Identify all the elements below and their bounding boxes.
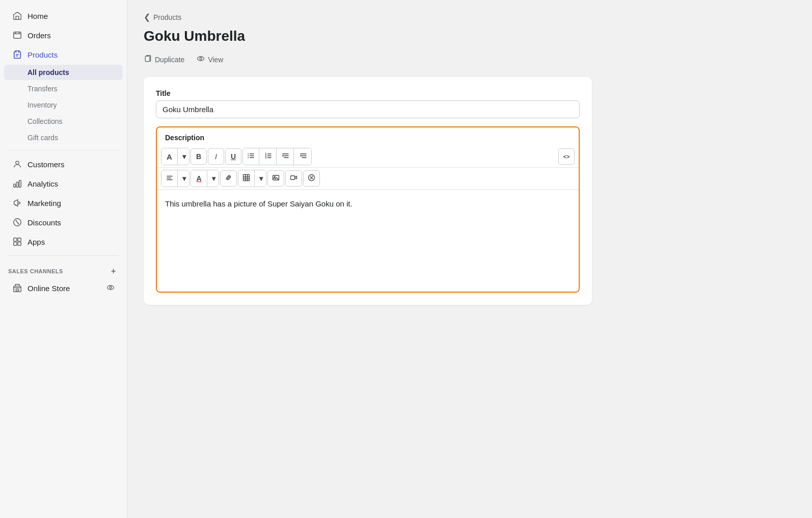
sidebar-item-marketing[interactable]: Marketing: [4, 194, 123, 212]
sidebar-item-customers-label: Customers: [28, 160, 65, 169]
products-subnav: All products Transfers Inventory Collect…: [4, 64, 123, 146]
align-dropdown-arrow[interactable]: ▾: [179, 170, 189, 187]
sidebar-item-discounts[interactable]: Discounts: [4, 213, 123, 231]
text-color-icon: A: [196, 174, 201, 183]
image-button[interactable]: [267, 170, 284, 187]
sidebar-item-products[interactable]: Products: [4, 45, 123, 64]
text-color-group: A ▾: [191, 170, 219, 187]
table-button[interactable]: [238, 170, 255, 187]
svg-rect-4: [19, 180, 21, 188]
indent-button[interactable]: [295, 148, 311, 165]
sidebar-item-collections[interactable]: Collections: [4, 114, 123, 129]
view-button[interactable]: View: [197, 53, 223, 67]
sidebar-item-online-store-label: Online Store: [28, 284, 70, 293]
description-label: Description: [157, 127, 579, 146]
svg-point-19: [248, 156, 249, 157]
apps-icon: [12, 237, 22, 247]
sidebar-item-inventory[interactable]: Inventory: [4, 97, 123, 113]
svg-rect-0: [14, 32, 21, 39]
svg-rect-3: [16, 182, 18, 187]
sales-channels-label: SALES CHANNELS +: [0, 260, 127, 278]
svg-point-12: [107, 286, 114, 290]
align-icon: [166, 174, 173, 183]
sidebar-item-customers[interactable]: Customers: [4, 155, 123, 173]
align-button[interactable]: [161, 170, 178, 187]
unordered-list-button[interactable]: [243, 148, 259, 165]
align-chevron-icon: ▾: [182, 174, 186, 183]
table-icon: [242, 174, 250, 183]
outdent-icon: [282, 152, 289, 161]
svg-text:3.: 3.: [265, 157, 267, 159]
duplicate-icon: [144, 55, 152, 65]
breadcrumb[interactable]: ❮ Products: [144, 12, 796, 22]
text-color-button[interactable]: A: [191, 170, 207, 187]
orders-icon: [12, 30, 22, 40]
ordered-list-icon: 1. 2. 3.: [264, 152, 272, 161]
svg-rect-11: [16, 289, 18, 291]
page-title: Goku Umbrella: [144, 28, 796, 44]
toolbar-row-1: A ▾ B I U: [157, 146, 579, 168]
clear-formatting-icon: [308, 174, 315, 183]
list-group: 1. 2. 3.: [242, 148, 312, 165]
image-icon: [272, 174, 280, 183]
bold-icon: B: [196, 152, 201, 161]
sidebar-item-orders[interactable]: Orders: [4, 26, 123, 44]
marketing-icon: [12, 198, 22, 208]
breadcrumb-label: Products: [153, 13, 181, 21]
sidebar-item-online-store[interactable]: Online Store: [4, 279, 123, 297]
font-dropdown-button[interactable]: A: [161, 148, 178, 165]
font-dropdown-arrow[interactable]: ▾: [179, 148, 189, 165]
svg-rect-8: [14, 242, 17, 245]
align-dropdown-group: ▾: [161, 170, 190, 187]
product-form-card: Title Description A ▾ B: [144, 77, 592, 305]
sidebar-item-analytics[interactable]: Analytics: [4, 174, 123, 193]
table-group: ▾: [238, 170, 266, 187]
sidebar-item-home[interactable]: Home: [4, 7, 123, 25]
sidebar-item-discounts-label: Discounts: [28, 218, 61, 227]
svg-point-17: [248, 153, 249, 154]
link-icon: [225, 174, 232, 183]
store-icon: [12, 283, 22, 293]
svg-rect-2: [14, 184, 16, 187]
text-color-chevron-icon: ▾: [212, 174, 215, 183]
table-chevron-icon: ▾: [259, 174, 263, 183]
svg-point-16: [200, 58, 202, 60]
outdent-button[interactable]: [278, 148, 294, 165]
duplicate-button[interactable]: Duplicate: [144, 53, 184, 67]
video-button[interactable]: [285, 170, 302, 187]
svg-point-1: [16, 161, 19, 164]
title-input[interactable]: [156, 100, 580, 118]
sidebar-item-gift-cards[interactable]: Gift cards: [4, 130, 123, 145]
sidebar-item-orders-label: Orders: [28, 31, 51, 40]
font-dropdown-group: A ▾: [161, 148, 190, 165]
divider-2: [8, 255, 119, 256]
svg-point-15: [198, 57, 204, 61]
sidebar: Home Orders Products All products Transf…: [0, 0, 127, 518]
italic-icon: I: [215, 152, 217, 161]
video-icon: [290, 174, 297, 183]
italic-button[interactable]: I: [208, 148, 224, 165]
description-content[interactable]: This umbrella has a picture of Super Sai…: [157, 190, 579, 292]
svg-rect-6: [14, 238, 17, 241]
view-label: View: [208, 56, 223, 64]
clear-formatting-button[interactable]: [303, 170, 320, 187]
link-button[interactable]: [220, 170, 237, 187]
svg-point-13: [110, 287, 112, 289]
add-sales-channel-button[interactable]: +: [109, 266, 119, 276]
underline-button[interactable]: U: [225, 148, 241, 165]
sidebar-item-products-label: Products: [28, 50, 58, 59]
ordered-list-button[interactable]: 1. 2. 3.: [260, 148, 277, 165]
chevron-down-icon: ▾: [182, 152, 186, 161]
breadcrumb-arrow-icon: ❮: [144, 12, 150, 22]
text-color-dropdown-arrow[interactable]: ▾: [208, 170, 219, 187]
sidebar-item-apps[interactable]: Apps: [4, 232, 123, 251]
table-dropdown-arrow[interactable]: ▾: [256, 170, 266, 187]
bold-button[interactable]: B: [191, 148, 207, 165]
sidebar-item-transfers[interactable]: Transfers: [4, 81, 123, 96]
code-button[interactable]: <>: [558, 148, 575, 165]
main-content: ❮ Products Goku Umbrella Duplicate View: [127, 0, 812, 518]
svg-rect-7: [18, 238, 21, 241]
unordered-list-icon: [247, 152, 255, 161]
sidebar-item-all-products[interactable]: All products: [4, 65, 123, 80]
underline-icon: U: [231, 152, 236, 161]
